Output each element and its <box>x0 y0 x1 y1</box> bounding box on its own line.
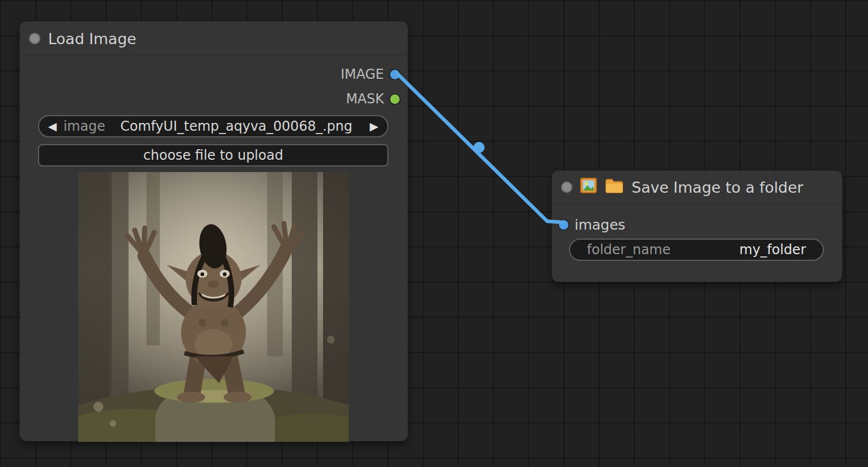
folder-name-widget[interactable]: folder_name my_folder <box>569 239 824 261</box>
output-label-mask: MASK <box>346 91 384 107</box>
choose-file-button[interactable]: choose file to upload <box>38 144 388 166</box>
input-row-images: images <box>559 217 625 233</box>
image-preview <box>78 172 349 442</box>
link-image-to-images[interactable] <box>397 74 562 222</box>
image-output-slot[interactable] <box>390 70 400 79</box>
folder-icon <box>605 178 624 197</box>
link-midpoint-dot[interactable] <box>473 142 485 153</box>
image-combo-value: ComfyUI_temp_aqyva_00068_.png <box>105 118 367 134</box>
folder-name-label: folder_name <box>587 242 671 258</box>
images-input-slot[interactable] <box>559 220 568 230</box>
input-label-images: images <box>575 217 625 233</box>
troll-forest-illustration <box>78 172 349 442</box>
output-row-image: IMAGE <box>340 66 400 82</box>
node-title: Load Image <box>48 30 136 47</box>
load-image-node-header[interactable]: Load Image <box>20 22 407 56</box>
picture-icon <box>580 178 597 197</box>
collapse-dot-icon[interactable] <box>29 33 40 44</box>
node-title: Save Image to a folder <box>632 179 803 196</box>
next-image-arrow-icon[interactable]: ▶ <box>368 120 381 133</box>
image-combo-name: image <box>63 118 105 134</box>
save-image-node-header[interactable]: Save Image to a folder <box>552 171 842 204</box>
save-image-node[interactable]: Save Image to a folder images folder_nam… <box>552 170 842 282</box>
node-graph-canvas[interactable]: Load Image IMAGE MASK ◀ image ComfyUI_te… <box>0 0 868 467</box>
collapse-dot-icon[interactable] <box>561 182 572 193</box>
mask-output-slot[interactable] <box>390 94 400 104</box>
image-combo-widget[interactable]: ◀ image ComfyUI_temp_aqyva_00068_.png ▶ <box>38 115 388 137</box>
prev-image-arrow-icon[interactable]: ◀ <box>46 120 59 133</box>
output-label-image: IMAGE <box>340 66 384 82</box>
load-image-node[interactable]: Load Image IMAGE MASK ◀ image ComfyUI_te… <box>20 21 408 441</box>
folder-name-value: my_folder <box>739 242 806 258</box>
output-row-mask: MASK <box>346 91 400 107</box>
